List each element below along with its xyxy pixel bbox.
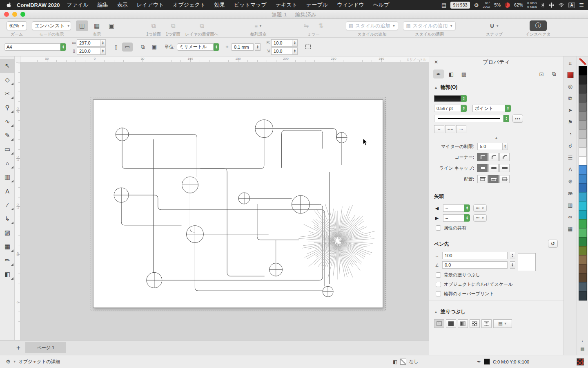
- duplicate-y-field[interactable]: 10.0: [271, 47, 292, 55]
- palette-swatch-26[interactable]: [579, 291, 587, 301]
- fit-handles-docker-icon[interactable]: ⌗: [566, 60, 575, 67]
- miter-limit-field[interactable]: 5.0: [477, 143, 503, 150]
- fill-tool[interactable]: ◧: [0, 267, 15, 281]
- line-style-option-3-button[interactable]: ···: [456, 125, 466, 133]
- portrait-button[interactable]: ▯: [111, 43, 121, 52]
- outline-inside-button[interactable]: [499, 175, 510, 183]
- palette-swatch-13[interactable]: [579, 174, 587, 184]
- page-height-stepper[interactable]: ▲▼: [100, 47, 106, 55]
- mirror-vertical-button[interactable]: ⇅: [315, 20, 327, 31]
- apple-menu-icon[interactable]: [6, 2, 11, 8]
- fill-color-swatch[interactable]: [400, 359, 406, 365]
- control-center-icon[interactable]: ☰: [579, 2, 584, 8]
- grid-view-button[interactable]: ▦: [91, 20, 103, 31]
- nib-angle-field[interactable]: 0.0: [442, 261, 508, 269]
- palette-swatch-11[interactable]: [579, 156, 587, 166]
- palette-swatch-18[interactable]: [579, 219, 587, 229]
- palette-swatch-12[interactable]: [579, 165, 587, 175]
- navigate-docker-icon[interactable]: ⎈: [566, 178, 575, 185]
- trace-path[interactable]: [162, 204, 323, 280]
- shape-tool[interactable]: ◇: [0, 73, 15, 87]
- outline-centered-button[interactable]: [488, 175, 499, 183]
- drawing-page[interactable]: [93, 99, 383, 308]
- all-pages-button[interactable]: ⧉: [138, 43, 148, 52]
- share-attributes-checkbox[interactable]: [436, 225, 441, 231]
- page-width-stepper[interactable]: ▲▼: [100, 39, 106, 47]
- import-properties-button[interactable]: ⊡: [536, 70, 547, 79]
- palette-swatch-7[interactable]: [579, 120, 587, 130]
- menu-item-9[interactable]: テーブル: [302, 1, 332, 9]
- palette-swatch-16[interactable]: [579, 201, 587, 211]
- inspector-button[interactable]: ⓘ: [530, 20, 547, 31]
- zoom-level-select[interactable]: 62%▼: [7, 21, 27, 30]
- menu-item-11[interactable]: ヘルプ: [369, 1, 394, 9]
- input-source-badge[interactable]: A: [568, 2, 575, 8]
- pick-tool[interactable]: ↖: [0, 59, 15, 73]
- find-replace-docker-icon[interactable]: ◎: [566, 83, 575, 90]
- duplicate-x-stepper[interactable]: ▲▼: [292, 39, 298, 47]
- nib-reset-button[interactable]: ↺: [548, 240, 558, 248]
- zoom-docker-icon[interactable]: ☌: [566, 142, 575, 149]
- nudge-stepper[interactable]: ▲▼: [255, 43, 261, 51]
- to-front-button[interactable]: ⧉: [147, 20, 160, 31]
- chevron-down-icon[interactable]: ▼: [13, 360, 16, 364]
- artwork[interactable]: [94, 100, 383, 307]
- network-widget[interactable]: 0 KB/s0 KB/s: [527, 1, 537, 9]
- mesh-fill-tool[interactable]: ▦: [0, 240, 15, 254]
- line-style-more-button[interactable]: •••: [512, 114, 523, 123]
- freehand-tool[interactable]: ∿: [0, 114, 15, 128]
- outline-section-header[interactable]: ▲ 輪郭(O): [429, 80, 564, 92]
- weather-widget[interactable]: 61°2002: [483, 1, 490, 9]
- units-stepper[interactable]: ▲▼: [214, 43, 219, 51]
- outline-color-swatch[interactable]: [434, 95, 461, 102]
- menu-item-3[interactable]: 表示: [113, 1, 132, 9]
- nib-stretch-field[interactable]: 100: [442, 252, 508, 259]
- tab-transparency[interactable]: ▨: [459, 70, 469, 79]
- behind-fill-checkbox[interactable]: [436, 272, 441, 278]
- artistic-media-tool[interactable]: ✎: [0, 128, 15, 142]
- outline-width-stepper[interactable]: ▲▼: [461, 105, 467, 112]
- dimension-tool[interactable]: ∕: [0, 198, 15, 212]
- date-badge[interactable]: 9月933: [450, 2, 470, 9]
- fountain-fill-button[interactable]: [458, 319, 468, 328]
- trace-path[interactable]: [195, 243, 323, 291]
- trace-path[interactable]: [122, 141, 265, 276]
- vertical-ruler[interactable]: 200150100500: [15, 62, 20, 340]
- menu-item-2[interactable]: 編集: [93, 1, 113, 9]
- palette-swatch-1[interactable]: [579, 66, 587, 76]
- horizontal-ruler[interactable]: ミリメートル50050100150200250300: [20, 56, 429, 62]
- apply-style-select[interactable]: ▨スタイルの適用▼: [403, 21, 456, 30]
- line-style-stepper[interactable]: ▲▼: [503, 115, 509, 122]
- outline-units-select[interactable]: ポイント: [472, 105, 505, 112]
- object-data-docker-icon[interactable]: ◔: [566, 130, 575, 137]
- add-style-select[interactable]: ▧スタイルの追加▼: [346, 21, 399, 30]
- page-tab-1[interactable]: ページ 1: [25, 342, 66, 353]
- outline-color-stepper[interactable]: ▲▼: [461, 95, 467, 102]
- palette-swatch-22[interactable]: [579, 255, 587, 265]
- links-docker-icon[interactable]: ∞: [566, 213, 575, 220]
- menu-item-7[interactable]: ビットマップ: [229, 1, 271, 9]
- palette-pencil-icon[interactable]: [579, 58, 586, 65]
- menu-item-5[interactable]: オブジェクト: [168, 1, 210, 9]
- collapse-options-chevron[interactable]: ▲: [429, 136, 564, 140]
- palette-swatch-4[interactable]: [579, 93, 587, 103]
- palette-swatch-21[interactable]: [579, 246, 587, 256]
- palette-swatch-5[interactable]: [579, 102, 587, 112]
- scale-with-object-checkbox[interactable]: [436, 282, 441, 287]
- trace-path[interactable]: [257, 204, 299, 240]
- app-menu[interactable]: CorelDRAW 2020: [17, 2, 60, 8]
- trace-path[interactable]: [282, 130, 323, 168]
- universal-control-icon[interactable]: [549, 2, 554, 8]
- nib-angle-stepper[interactable]: ▲▼: [510, 261, 515, 269]
- ruler-origin-corner[interactable]: [15, 56, 20, 62]
- arrowhead-end-options[interactable]: •••▼: [473, 214, 487, 222]
- square-cap-button[interactable]: [499, 164, 510, 172]
- duplicate-x-field[interactable]: 10.0: [271, 39, 292, 47]
- line-style-option-2-button[interactable]: ‒ ‒: [445, 125, 455, 133]
- to-back-button[interactable]: ⧉: [167, 20, 179, 31]
- outline-width-field[interactable]: 0.567 pt: [434, 105, 461, 112]
- trace-path[interactable]: [200, 138, 264, 169]
- duplicate-y-stepper[interactable]: ▲▼: [292, 47, 298, 55]
- page-sorter-view-button[interactable]: ◫: [76, 20, 88, 31]
- object-styles-docker-icon[interactable]: ⚑: [566, 119, 575, 126]
